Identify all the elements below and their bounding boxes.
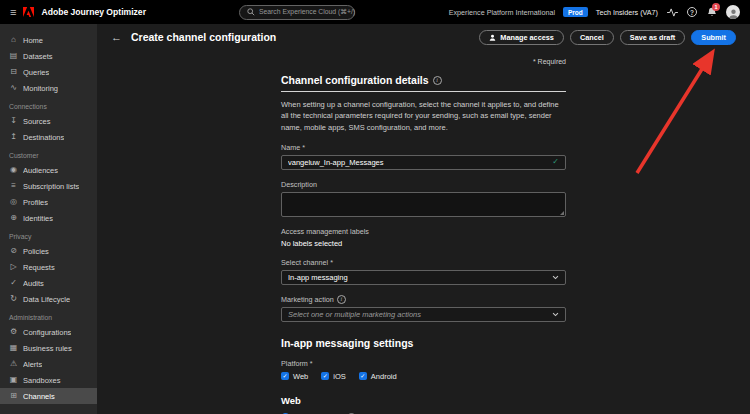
checkbox-label: iOS	[333, 372, 346, 381]
avatar[interactable]	[726, 5, 740, 19]
audiences-icon: ◉	[9, 166, 18, 174]
org-name: Experience Platform International	[449, 8, 555, 17]
sidebar-item-label: Queries	[23, 68, 49, 77]
business-rules-icon: ▦	[9, 344, 18, 352]
sidebar-section-administration[interactable]: Administration	[0, 311, 97, 324]
sidebar-item-label: Datasets	[23, 52, 53, 61]
access-labels-label: Access management labels	[281, 227, 566, 236]
sandboxes-icon: ▣	[9, 376, 18, 384]
marketing-action-select[interactable]: Select one or multiple marketing actions	[281, 307, 566, 322]
sidebar-item-datasets[interactable]: ▤Datasets	[0, 48, 97, 64]
checkbox-icon: ✓	[321, 372, 329, 380]
sidebar-item-requests[interactable]: ▷Requests	[0, 259, 97, 275]
sidebar-item-label: Sources	[23, 117, 51, 126]
sidebar-item-alerts[interactable]: ⚠Alerts	[0, 356, 97, 372]
sidebar-item-subscription-lists[interactable]: ≡Subscription lists	[0, 178, 97, 194]
audits-icon: ✓	[9, 279, 18, 287]
notifications-icon[interactable]: 1	[705, 6, 718, 19]
channel-select[interactable]: In-app messaging	[281, 270, 566, 285]
sidebar-item-label: Subscription lists	[23, 182, 79, 191]
env-badge[interactable]: Prod	[563, 7, 588, 17]
requests-icon: ▷	[9, 263, 18, 271]
sidebar-item-queries[interactable]: ⊟Queries	[0, 64, 97, 80]
checkbox-label: Android	[371, 372, 397, 381]
sidebar-item-label: Channels	[23, 392, 55, 401]
sidebar-item-label: Requests	[23, 263, 55, 272]
monitoring-icon: ∿	[9, 84, 18, 92]
platform-checkbox-android[interactable]: ✓Android	[359, 372, 397, 381]
sidebar-item-label: Policies	[23, 247, 49, 256]
sidebar-item-sandboxes[interactable]: ▣Sandboxes	[0, 372, 97, 388]
sidebar-item-home[interactable]: ⌂Home	[0, 32, 97, 48]
form-column: * Required Channel configuration details…	[281, 50, 566, 414]
marketing-action-label: Marketing action	[281, 295, 334, 304]
app-window: ≡ Adobe Journey Optimizer Search Experie…	[0, 0, 750, 414]
submit-button[interactable]: Submit	[691, 30, 736, 45]
sandbox-selector[interactable]: Tech Insiders (VA7)	[596, 8, 658, 17]
datasets-icon: ▤	[9, 52, 18, 60]
home-icon: ⌂	[9, 36, 18, 44]
sidebar-item-business-rules[interactable]: ▦Business rules	[0, 340, 97, 356]
sidebar-section-connections[interactable]: Connections	[0, 100, 97, 113]
platform-label: Platform *	[281, 359, 566, 368]
activity-icon[interactable]	[666, 6, 679, 19]
help-icon[interactable]: ?	[687, 7, 697, 17]
sidebar-section-customer[interactable]: Customer	[0, 149, 97, 162]
name-input[interactable]: vangeluw_In-app_Messages ✓	[281, 155, 566, 170]
sidebar-item-audiences[interactable]: ◉Audiences	[0, 162, 97, 178]
chevron-down-icon	[552, 312, 559, 317]
checkbox-label: Web	[293, 372, 308, 381]
app-title: Adobe Journey Optimizer	[41, 7, 146, 17]
platform-checkbox-web[interactable]: ✓Web	[281, 372, 308, 381]
sidebar-item-data-lifecycle[interactable]: ↻Data Lifecycle	[0, 291, 97, 307]
manage-access-button[interactable]: Manage access	[479, 30, 564, 45]
sidebar-item-profiles[interactable]: ◎Profiles	[0, 194, 97, 210]
manage-access-icon	[489, 34, 496, 41]
sidebar-item-label: Home	[23, 36, 43, 45]
details-description: When setting up a channel configuration,…	[281, 99, 566, 133]
sidebar-item-policies[interactable]: ⊘Policies	[0, 243, 97, 259]
sidebar-item-identities[interactable]: ⊕Identities	[0, 210, 97, 226]
sidebar-item-label: Sandboxes	[23, 376, 61, 385]
web-section-title: Web	[281, 395, 566, 406]
platform-checkbox-group: ✓Web✓iOS✓Android	[281, 372, 566, 381]
name-label: Name *	[281, 143, 566, 152]
sidebar-item-destinations[interactable]: ↥Destinations	[0, 129, 97, 145]
sidebar-item-channels[interactable]: ⊞Channels	[0, 388, 97, 404]
sidebar-item-audits[interactable]: ✓Audits	[0, 275, 97, 291]
info-icon[interactable]: i	[433, 76, 442, 85]
back-button[interactable]: ←	[111, 32, 122, 43]
description-input[interactable]	[281, 192, 566, 217]
topbar-right: Experience Platform International Prod T…	[449, 5, 740, 19]
page-header: ← Create channel configuration Manage ac…	[97, 24, 750, 50]
platform-checkbox-ios[interactable]: ✓iOS	[321, 372, 346, 381]
channels-icon: ⊞	[9, 392, 18, 400]
search-placeholder: Search Experience Cloud (⌘+/)	[259, 8, 355, 16]
sidebar-item-label: Alerts	[23, 360, 42, 369]
queries-icon: ⊟	[9, 68, 18, 76]
sidebar-item-label: Configurations	[23, 328, 71, 337]
channel-value: In-app messaging	[288, 273, 548, 282]
description-label: Description	[281, 180, 566, 189]
search-icon	[247, 8, 255, 16]
checkbox-icon: ✓	[359, 372, 367, 380]
menu-icon[interactable]: ≡	[10, 7, 16, 18]
access-labels-value: No labels selected	[281, 239, 566, 248]
policies-icon: ⊘	[9, 247, 18, 255]
sidebar-section-privacy[interactable]: Privacy	[0, 230, 97, 243]
main-panel: ← Create channel configuration Manage ac…	[97, 24, 750, 414]
topbar: ≡ Adobe Journey Optimizer Search Experie…	[0, 0, 750, 24]
manage-access-label: Manage access	[500, 33, 554, 42]
select-channel-label: Select channel *	[281, 258, 566, 267]
info-icon[interactable]: i	[337, 295, 346, 304]
checkbox-icon: ✓	[281, 372, 289, 380]
search-input[interactable]: Search Experience Cloud (⌘+/)	[239, 5, 355, 20]
profiles-icon: ◎	[9, 198, 18, 206]
sidebar-item-sources[interactable]: ↧Sources	[0, 113, 97, 129]
save-as-draft-button[interactable]: Save as draft	[620, 30, 685, 45]
cancel-button[interactable]: Cancel	[570, 30, 614, 45]
chevron-down-icon	[552, 275, 559, 280]
sidebar-item-monitoring[interactable]: ∿Monitoring	[0, 80, 97, 96]
sidebar-item-label: Audits	[23, 279, 44, 288]
sidebar-item-configurations[interactable]: ⚙Configurations	[0, 324, 97, 340]
